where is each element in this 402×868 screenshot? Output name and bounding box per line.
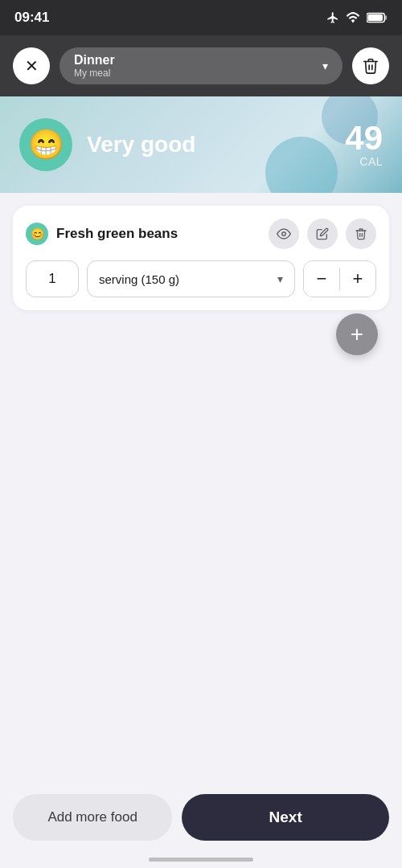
- home-indicator: [149, 858, 253, 862]
- decrease-button[interactable]: −: [304, 261, 339, 297]
- main-content: 😊 Fresh green beans: [0, 193, 402, 323]
- status-bar: 09:41: [0, 0, 402, 35]
- meal-subtitle: My meal: [74, 68, 115, 79]
- meal-selector[interactable]: Dinner My meal ▾: [59, 47, 343, 84]
- serving-selector[interactable]: serving (150 g) ▾: [87, 260, 295, 297]
- food-item-icon: 😊: [26, 223, 48, 245]
- increase-button[interactable]: +: [340, 261, 375, 297]
- svg-rect-2: [385, 15, 387, 20]
- calorie-unit: Cal: [345, 155, 383, 168]
- status-icons: [326, 11, 388, 24]
- delete-meal-button[interactable]: [352, 47, 389, 84]
- delete-food-button[interactable]: [346, 219, 376, 249]
- rating-emoji: 😁: [19, 118, 72, 171]
- serving-row: 1 serving (150 g) ▾ − +: [26, 260, 376, 297]
- calorie-number: 49: [345, 121, 383, 155]
- close-button[interactable]: ✕: [13, 47, 50, 84]
- pencil-icon: [316, 227, 329, 240]
- serving-chevron-icon: ▾: [277, 272, 283, 285]
- next-button[interactable]: Next: [182, 794, 389, 841]
- bottom-bar: Add more food Next: [0, 794, 402, 841]
- calorie-display: 49 Cal: [345, 121, 383, 168]
- svg-rect-1: [367, 14, 383, 21]
- decorative-blob-1: [265, 137, 338, 193]
- close-icon: ✕: [25, 56, 39, 76]
- view-food-button[interactable]: [269, 219, 299, 249]
- trash-icon: [362, 57, 379, 75]
- floating-add-button[interactable]: +: [336, 313, 378, 355]
- eye-icon: [277, 227, 291, 241]
- food-item-card: 😊 Fresh green beans: [13, 206, 389, 310]
- meal-info: Dinner My meal: [74, 53, 115, 79]
- rating-label: Very good: [87, 132, 195, 158]
- meal-name: Dinner: [74, 53, 115, 68]
- wifi-icon: [346, 11, 360, 24]
- svg-point-3: [282, 232, 286, 236]
- food-card-header: 😊 Fresh green beans: [26, 219, 376, 249]
- hero-banner: 😁 Very good 49 Cal: [0, 96, 402, 193]
- airplane-icon: [326, 11, 339, 24]
- status-time: 09:41: [14, 10, 49, 26]
- quantity-stepper: − +: [303, 260, 376, 297]
- meal-chevron-icon: ▾: [322, 59, 328, 72]
- add-more-food-button[interactable]: Add more food: [13, 794, 172, 841]
- edit-food-button[interactable]: [307, 219, 338, 249]
- food-item-name: Fresh green beans: [56, 226, 260, 242]
- food-item-actions: [269, 219, 376, 249]
- serving-text: serving (150 g): [99, 272, 179, 286]
- battery-icon: [367, 12, 388, 23]
- header: ✕ Dinner My meal ▾: [0, 35, 402, 96]
- trash-food-icon: [355, 227, 367, 240]
- plus-icon: +: [351, 323, 363, 346]
- quantity-field[interactable]: 1: [26, 260, 79, 297]
